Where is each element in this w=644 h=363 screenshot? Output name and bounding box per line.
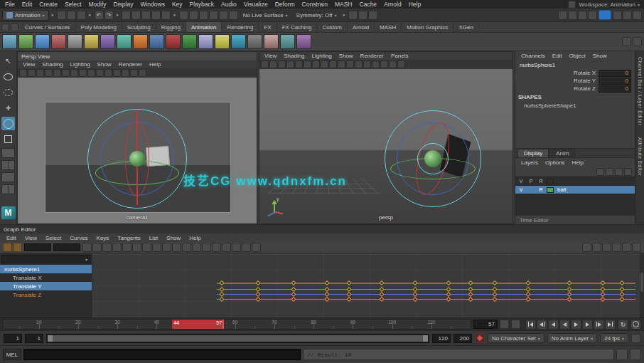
- step-back-frame-button[interactable]: [548, 320, 559, 330]
- viewport-toolbar-icon[interactable]: [397, 60, 405, 68]
- graph-toolbar-icon[interactable]: [252, 243, 261, 252]
- keyframe[interactable]: [525, 286, 530, 291]
- workspace-selector[interactable]: Workspace: Animation ▾: [568, 1, 643, 9]
- menu-item[interactable]: Visualize: [240, 1, 272, 8]
- viewport-toolbar-icon[interactable]: [304, 60, 311, 68]
- shelf-tool-icon[interactable]: [18, 34, 33, 49]
- select-tool-icon[interactable]: [1, 54, 15, 68]
- graph-outliner-row[interactable]: Translate Z: [0, 290, 92, 299]
- curve-view-scrollbar[interactable]: [640, 253, 644, 317]
- keyframe[interactable]: [412, 286, 417, 291]
- new-scene-icon[interactable]: [57, 11, 66, 20]
- sidebar-toggle-icon[interactable]: [613, 11, 622, 20]
- time-slider[interactable]: 1020304050607080901001104457: [3, 319, 471, 330]
- display-toggle-icon[interactable]: [578, 11, 587, 20]
- live-surface-selector[interactable]: No Live Surface ▾: [243, 12, 288, 19]
- play-backwards-button[interactable]: [559, 320, 570, 330]
- help-line-icon[interactable]: [630, 349, 641, 360]
- shelf-tab[interactable]: Sculpting: [122, 22, 156, 32]
- rotate-tool-icon[interactable]: [1, 117, 15, 130]
- graph-toolbar-icon[interactable]: [162, 243, 171, 252]
- selection-mask-icon[interactable]: [229, 11, 238, 20]
- menu-item[interactable]: Deform: [272, 1, 299, 8]
- graph-editor-menu[interactable]: Select: [41, 235, 65, 241]
- keyframe[interactable]: [567, 286, 572, 291]
- viewport-toolbar-icon[interactable]: [45, 69, 53, 77]
- sphere-object[interactable]: [129, 151, 145, 167]
- shelf-menu-icon[interactable]: [1, 23, 9, 31]
- viewport-menu-item[interactable]: Lighting: [308, 53, 336, 59]
- menu-item[interactable]: Constrain: [299, 1, 331, 8]
- menu-item[interactable]: File: [1, 1, 18, 8]
- range-slider-bar[interactable]: [48, 335, 428, 342]
- layout-four-pane-button[interactable]: [1, 184, 15, 194]
- graph-toolbar-icon[interactable]: [202, 243, 211, 252]
- range-slider[interactable]: [46, 334, 429, 343]
- group-collapse-arrow[interactable]: ▸: [115, 12, 121, 18]
- tab-attribute-editor[interactable]: Attribute Editor: [638, 137, 643, 176]
- graph-toolbar-icon[interactable]: [112, 243, 122, 252]
- shelf-tab[interactable]: Motion Graphics: [402, 22, 454, 32]
- keyframe[interactable]: [324, 280, 329, 285]
- graph-outliner-row[interactable]: Translate Y: [0, 282, 92, 290]
- keyframe[interactable]: [619, 292, 624, 297]
- play-forwards-button[interactable]: [571, 320, 581, 330]
- current-frame-field[interactable]: 57: [473, 320, 498, 329]
- sidebar-toggle-icon[interactable]: [633, 11, 642, 20]
- snap-icon[interactable]: [132, 11, 141, 20]
- object-name-field[interactable]: nurbsSphere1: [515, 60, 635, 69]
- keyframe[interactable]: [493, 286, 498, 291]
- playback-end-field[interactable]: 120: [432, 334, 451, 343]
- curve-view[interactable]: [92, 253, 644, 317]
- keyframe[interactable]: [324, 292, 329, 297]
- graph-view-icon[interactable]: [612, 243, 621, 252]
- viewport-toolbar-icon[interactable]: [139, 69, 146, 77]
- shelf-tool-icon[interactable]: [166, 34, 181, 49]
- snap-icon[interactable]: [161, 11, 171, 20]
- lasso-tool-icon[interactable]: [1, 70, 15, 83]
- graph-toolbar-icon[interactable]: [192, 243, 201, 252]
- keyframe[interactable]: [291, 297, 296, 302]
- keyframe[interactable]: [600, 292, 605, 297]
- graph-editor-menu[interactable]: Edit: [2, 235, 21, 241]
- layer-editor-menu[interactable]: Help: [569, 159, 587, 166]
- keyframe[interactable]: [380, 280, 385, 285]
- paint-select-tool-icon[interactable]: [1, 85, 15, 99]
- menu-item[interactable]: Audio: [218, 1, 240, 8]
- viewport-menu-item[interactable]: Renderer: [357, 53, 387, 59]
- graph-editor-menu[interactable]: Tangents: [113, 235, 144, 241]
- graph-outliner-row[interactable]: Translate X: [0, 273, 92, 282]
- shelf-tool-icon[interactable]: [2, 34, 17, 49]
- snap-icon[interactable]: [141, 11, 151, 20]
- graph-toolbar-icon[interactable]: [172, 243, 181, 252]
- graph-view-icon[interactable]: [592, 243, 601, 252]
- keyframe[interactable]: [468, 280, 473, 285]
- shelf-overflow-icon[interactable]: [633, 37, 642, 46]
- channel-box-menu[interactable]: Object: [566, 53, 589, 59]
- viewport-toolbar-icon[interactable]: [28, 69, 36, 77]
- viewport-menu-item[interactable]: Show: [94, 61, 115, 68]
- shelf-tool-icon[interactable]: [198, 34, 213, 49]
- shelf-tool-icon[interactable]: [68, 34, 82, 49]
- layer-row[interactable]: VPR: [515, 177, 635, 186]
- group-collapse-arrow[interactable]: ▸: [342, 12, 348, 18]
- render-icon[interactable]: [348, 11, 358, 20]
- stats-field-1[interactable]: [24, 243, 51, 251]
- shelf-tab[interactable]: Rendering: [222, 22, 259, 32]
- channel-row[interactable]: Rotate X0: [515, 69, 635, 77]
- keyframe[interactable]: [380, 297, 385, 302]
- keyframe[interactable]: [525, 297, 530, 302]
- keyframe[interactable]: [412, 297, 417, 302]
- shelf-tab[interactable]: Custom: [317, 22, 348, 32]
- keyframe[interactable]: [567, 292, 572, 297]
- display-toggle-icon[interactable]: [558, 11, 567, 20]
- shape-name[interactable]: nurbsSphereShape1: [515, 101, 635, 110]
- keyframe[interactable]: [380, 292, 385, 297]
- keyframe[interactable]: [412, 292, 417, 297]
- viewport-toolbar-icon[interactable]: [380, 60, 388, 68]
- keyframe[interactable]: [255, 286, 260, 291]
- keyframe[interactable]: [255, 280, 260, 285]
- shelf-tab[interactable]: FX: [259, 22, 277, 32]
- viewport-toolbar-icon[interactable]: [79, 69, 87, 77]
- viewport-toolbar-icon[interactable]: [96, 69, 104, 77]
